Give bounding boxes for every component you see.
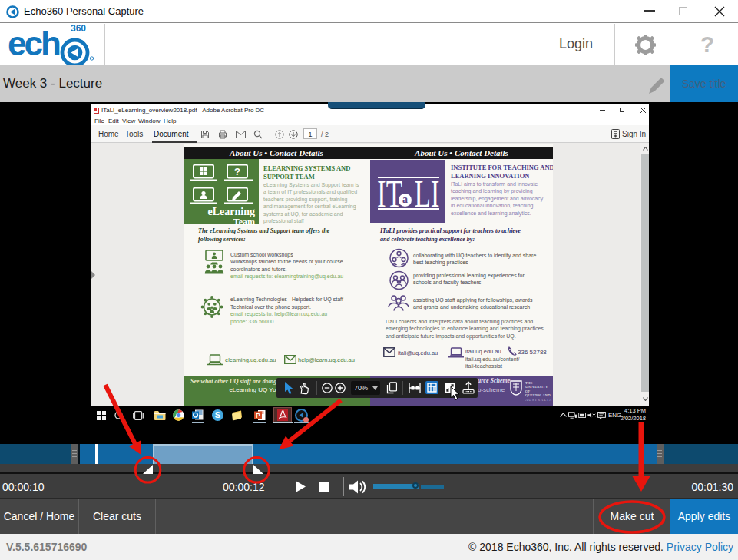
- svg-text:P: P: [256, 412, 260, 419]
- svg-text:?: ?: [234, 166, 240, 177]
